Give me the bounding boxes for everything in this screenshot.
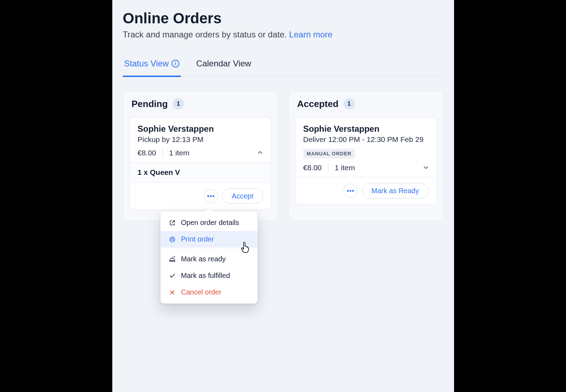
tab-calendar-view[interactable]: Calendar View	[195, 59, 253, 77]
column-pending: Pending 1 Sophie Verstappen Pickup by 12…	[123, 91, 278, 221]
printer-icon	[168, 236, 176, 243]
column-accepted-title: Accepted	[297, 99, 339, 109]
status-columns: Pending 1 Sophie Verstappen Pickup by 12…	[123, 91, 443, 221]
dropdown-divider	[168, 249, 250, 249]
chevron-down-icon[interactable]	[423, 164, 429, 172]
fulfilment-info: Deliver 12:00 PM - 12:30 PM Feb 29	[303, 135, 429, 144]
more-actions-button[interactable]: •••	[344, 184, 358, 198]
manual-order-tag: MANUAL ORDER	[303, 149, 355, 159]
order-price: €8.00	[138, 149, 163, 157]
fulfilment-info: Pickup by 12:13 PM	[138, 135, 263, 144]
check-icon	[168, 273, 176, 279]
column-pending-header: Pending 1	[130, 98, 271, 109]
card-head: Sophie Verstappen Deliver 12:00 PM - 12:…	[296, 118, 436, 177]
external-link-icon	[168, 220, 176, 226]
order-actions-dropdown: Open order details Print order Mark as r…	[160, 211, 258, 304]
customer-name: Sophie Verstappen	[138, 124, 263, 134]
close-icon	[168, 290, 176, 295]
learn-more-link[interactable]: Learn more	[289, 30, 333, 39]
accept-button[interactable]: Accept	[222, 188, 263, 204]
page-subtitle: Track and manage orders by status or dat…	[123, 30, 443, 40]
items-count: 1 item	[162, 149, 189, 157]
order-card-pending[interactable]: Sophie Verstappen Pickup by 12:13 PM €8.…	[130, 117, 271, 210]
dd-label: Mark as ready	[181, 255, 226, 263]
more-actions-button[interactable]: •••	[204, 189, 218, 203]
tab-status-label: Status View	[124, 59, 169, 69]
price-row: €8.00 1 item	[303, 164, 429, 172]
bell-icon	[168, 256, 176, 262]
dropdown-cancel-order[interactable]: Cancel order	[161, 284, 257, 301]
price-row: €8.00 1 item	[138, 149, 263, 157]
order-card-accepted[interactable]: Sophie Verstappen Deliver 12:00 PM - 12:…	[295, 117, 437, 204]
items-count: 1 item	[328, 164, 355, 172]
card-head: Sophie Verstappen Pickup by 12:13 PM €8.…	[130, 118, 271, 162]
chevron-up-icon[interactable]	[257, 149, 263, 157]
card-actions: ••• Mark as Ready	[296, 177, 436, 204]
info-icon[interactable]: i	[172, 60, 179, 67]
customer-name: Sophie Verstappen	[303, 124, 429, 134]
column-pending-title: Pending	[132, 99, 168, 109]
dropdown-mark-ready[interactable]: Mark as ready	[161, 251, 257, 267]
dropdown-mark-fulfilled[interactable]: Mark as fulfilled	[161, 267, 257, 284]
dropdown-open-details[interactable]: Open order details	[161, 214, 257, 231]
dd-label: Mark as fulfilled	[181, 272, 230, 280]
card-actions: ••• Accept	[130, 182, 271, 209]
tab-calendar-label: Calendar View	[196, 59, 251, 69]
dd-label: Print order	[181, 235, 214, 243]
svg-rect-1	[171, 240, 174, 242]
dd-label: Cancel order	[181, 288, 222, 296]
dropdown-print-order[interactable]: Print order	[161, 231, 257, 248]
order-price: €8.00	[303, 164, 328, 172]
tab-status-view[interactable]: Status View i	[123, 59, 181, 77]
view-tabs: Status View i Calendar View	[123, 59, 443, 77]
page-title: Online Orders	[123, 10, 443, 27]
accepted-count-badge: 1	[344, 98, 355, 109]
column-accepted-header: Accepted 1	[295, 98, 437, 109]
line-item: 1 x Queen V	[130, 162, 271, 182]
pending-count-badge: 1	[173, 98, 184, 109]
dd-label: Open order details	[181, 219, 239, 227]
orders-page: Online Orders Track and manage orders by…	[112, 0, 454, 392]
column-accepted: Accepted 1 Sophie Verstappen Deliver 12:…	[288, 91, 443, 221]
subtitle-text: Track and manage orders by status or dat…	[123, 30, 289, 39]
mark-ready-button[interactable]: Mark as Ready	[362, 183, 429, 198]
